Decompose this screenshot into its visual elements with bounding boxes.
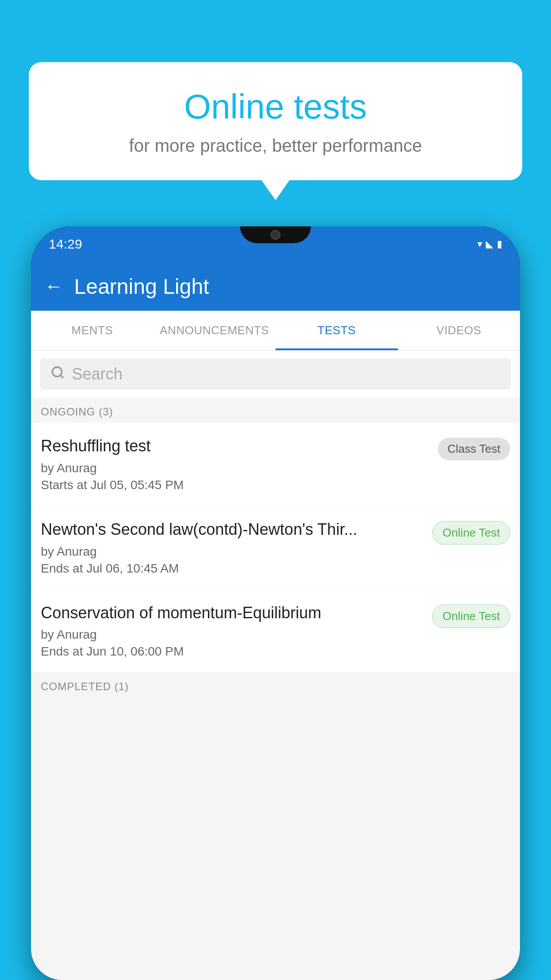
test-item-2[interactable]: Newton's Second law(contd)-Newton's Thir… bbox=[31, 506, 520, 589]
test-by-2: by Anurag bbox=[41, 545, 423, 559]
speech-bubble-subtitle: for more practice, better performance bbox=[55, 136, 496, 156]
battery-icon: ▮ bbox=[497, 238, 502, 250]
test-title-2: Newton's Second law(contd)-Newton's Thir… bbox=[41, 519, 423, 540]
speech-bubble: Online tests for more practice, better p… bbox=[29, 62, 522, 180]
test-date-1: Starts at Jul 05, 05:45 PM bbox=[41, 478, 429, 492]
test-title-3: Conservation of momentum-Equilibrium bbox=[41, 603, 423, 624]
test-badge-3: Online Test bbox=[432, 605, 510, 628]
tab-ments[interactable]: MENTS bbox=[31, 311, 153, 350]
status-bar: 14:29 ▾ ◣ ▮ bbox=[31, 226, 520, 262]
svg-line-1 bbox=[60, 375, 63, 378]
test-info-1: Reshuffling test by Anurag Starts at Jul… bbox=[41, 436, 438, 492]
ongoing-section-header: ONGOING (3) bbox=[31, 398, 520, 423]
completed-section-header: COMPLETED (1) bbox=[31, 672, 520, 697]
completed-header-text: COMPLETED (1) bbox=[41, 680, 129, 692]
tab-videos[interactable]: VIDEOS bbox=[398, 311, 520, 350]
test-date-3: Ends at Jun 10, 06:00 PM bbox=[41, 644, 423, 659]
search-icon bbox=[51, 365, 65, 383]
status-time: 14:29 bbox=[49, 237, 82, 252]
ongoing-header-text: ONGOING (3) bbox=[41, 406, 113, 418]
test-badge-1: Class Test bbox=[438, 438, 510, 460]
search-input-wrapper[interactable]: Search bbox=[40, 359, 511, 390]
tab-bar: MENTS ANNOUNCEMENTS TESTS VIDEOS bbox=[31, 311, 520, 351]
app-bar: ← Learning Light bbox=[31, 262, 520, 311]
tab-tests[interactable]: TESTS bbox=[276, 311, 398, 350]
test-by-3: by Anurag bbox=[41, 628, 423, 642]
search-placeholder: Search bbox=[72, 365, 122, 383]
signal-icon: ◣ bbox=[486, 238, 493, 250]
tab-announcements[interactable]: ANNOUNCEMENTS bbox=[153, 311, 276, 350]
search-bar-container: Search bbox=[31, 351, 520, 398]
test-item-3[interactable]: Conservation of momentum-Equilibrium by … bbox=[31, 589, 520, 673]
test-list: Reshuffling test by Anurag Starts at Jul… bbox=[31, 423, 520, 672]
phone-notch bbox=[240, 226, 311, 243]
test-item-1[interactable]: Reshuffling test by Anurag Starts at Jul… bbox=[31, 423, 520, 506]
test-by-1: by Anurag bbox=[41, 461, 429, 475]
test-date-2: Ends at Jul 06, 10:45 AM bbox=[41, 561, 423, 576]
test-info-2: Newton's Second law(contd)-Newton's Thir… bbox=[41, 519, 432, 576]
phone-camera bbox=[271, 230, 280, 240]
test-info-3: Conservation of momentum-Equilibrium by … bbox=[41, 603, 432, 659]
phone-content: Search ONGOING (3) Reshuffling test by A… bbox=[31, 351, 520, 980]
phone-frame: 14:29 ▾ ◣ ▮ ← Learning Light MENTS ANNOU… bbox=[31, 226, 520, 980]
app-bar-title: Learning Light bbox=[74, 274, 209, 299]
wifi-icon: ▾ bbox=[477, 238, 482, 250]
test-title-1: Reshuffling test bbox=[41, 436, 429, 457]
test-badge-2: Online Test bbox=[432, 521, 510, 545]
speech-bubble-title: Online tests bbox=[55, 87, 496, 127]
speech-bubble-container: Online tests for more practice, better p… bbox=[29, 62, 522, 180]
back-button[interactable]: ← bbox=[44, 276, 63, 297]
status-icons: ▾ ◣ ▮ bbox=[477, 238, 502, 250]
